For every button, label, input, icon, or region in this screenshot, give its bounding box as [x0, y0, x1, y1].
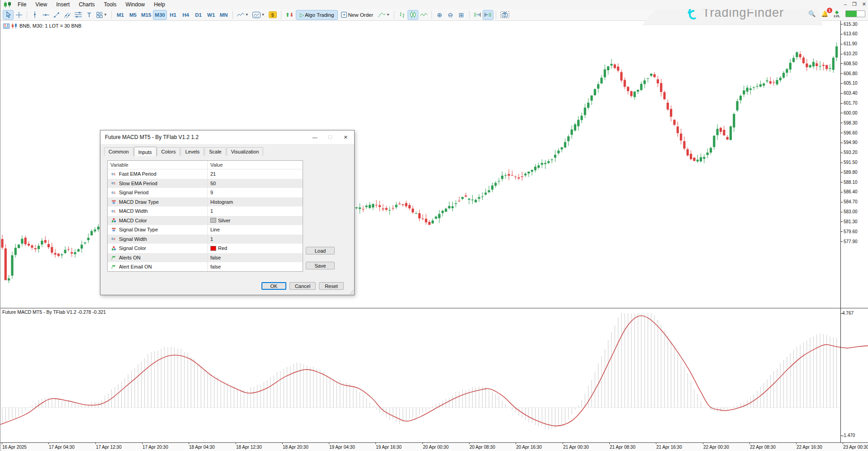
tab-common[interactable]: Common	[104, 147, 133, 156]
notification-bell-icon[interactable]: 🔔1	[821, 10, 828, 17]
param-value[interactable]: Histogram	[210, 199, 233, 205]
cancel-button[interactable]: Cancel	[289, 282, 316, 290]
param-row-macd-draw-type[interactable]: MACD Draw TypeHistogram	[108, 197, 303, 207]
lvl-indicator[interactable]: ◈LVL	[834, 10, 840, 18]
price-label: 589.80	[844, 170, 858, 175]
dialog-minimize-button[interactable]: —	[307, 130, 323, 144]
param-name: MACD Width	[119, 208, 148, 214]
reset-button[interactable]: Reset	[319, 282, 344, 290]
connection-toggle[interactable]	[845, 10, 865, 17]
tab-colors[interactable]: Colors	[157, 147, 180, 156]
zoom-out-button[interactable]: ⊖	[446, 10, 455, 19]
menu-window[interactable]: Window	[121, 0, 150, 9]
notification-badge: 1	[827, 8, 833, 13]
param-row-fast-ema-period[interactable]: 01Fast EMA Period21	[108, 169, 303, 179]
time-tick	[656, 443, 656, 444]
timeframe-m1[interactable]: M1	[114, 10, 126, 19]
timeframe-m30[interactable]: M30	[153, 10, 166, 19]
objects-levels-tool[interactable]	[73, 10, 83, 19]
symbols-button[interactable]: $	[267, 10, 278, 19]
pointer-tool[interactable]	[3, 10, 13, 19]
vertical-line-icon	[33, 11, 37, 18]
new-order-button[interactable]: + New Order	[338, 10, 376, 19]
resize-grip[interactable]	[349, 290, 354, 294]
tile-windows-button[interactable]: ⊞	[456, 10, 466, 19]
load-button[interactable]: Load	[306, 247, 335, 254]
text-tool[interactable]: T	[84, 10, 94, 19]
param-value[interactable]: Line	[210, 227, 220, 232]
dialog-maximize-button[interactable]: ☐	[323, 130, 338, 144]
screenshot-button[interactable]	[499, 10, 511, 19]
timeframe-m5[interactable]: M5	[127, 10, 139, 19]
price-label: 610.20	[844, 51, 858, 56]
param-value[interactable]: Red	[218, 245, 227, 251]
param-row-macd-width[interactable]: 01MACD Width1	[108, 206, 303, 216]
zoom-in-button[interactable]: ⊕	[435, 10, 445, 19]
crosshair-tool[interactable]	[14, 10, 24, 19]
param-value[interactable]: false	[210, 255, 221, 260]
param-row-alert-email-on[interactable]: Alert Email ONfalse	[108, 262, 303, 272]
window-controls: – ❐ ✕	[844, 0, 866, 8]
chart-shift-button[interactable]	[483, 10, 493, 19]
window-minimize-button[interactable]: –	[844, 0, 847, 8]
auto-scroll-button[interactable]	[472, 10, 482, 19]
chart-style-button[interactable]: ▼	[236, 10, 250, 19]
param-value[interactable]: Silver	[218, 218, 231, 223]
param-row-signal-draw-type[interactable]: Signal Draw TypeLine	[108, 225, 303, 235]
depth-of-market-button[interactable]: ⬆⬇	[284, 10, 295, 19]
mini-chart-icon	[11, 23, 18, 29]
dialog-close-button[interactable]: ✕	[338, 130, 353, 144]
indicator-curve-button[interactable]: ▼	[377, 10, 391, 19]
horizontal-line-tool[interactable]	[41, 10, 51, 19]
param-row-slow-ema-period[interactable]: 01Slow EMA Period50	[108, 179, 303, 188]
trendline-tool[interactable]	[52, 10, 62, 19]
param-value[interactable]: 50	[210, 181, 216, 186]
numeric-type-icon: 01	[110, 209, 117, 213]
param-value[interactable]: 1	[210, 208, 213, 214]
timeframe-h1[interactable]: H1	[167, 10, 179, 19]
param-row-signal-period[interactable]: 01Signal Period9	[108, 188, 303, 197]
param-row-macd-color[interactable]: MACD ColorSilver	[108, 216, 303, 226]
time-tick	[329, 443, 329, 444]
time-label: 18 Apr 04:30	[189, 445, 215, 450]
param-value[interactable]: false	[210, 264, 221, 269]
param-row-alerts-on[interactable]: Alerts ONfalse	[108, 253, 303, 263]
menu-tools[interactable]: Tools	[100, 0, 121, 9]
save-button[interactable]: Save	[306, 262, 335, 269]
timeframe-mn[interactable]: MN	[218, 10, 230, 19]
line-style-button[interactable]	[419, 10, 429, 19]
param-value[interactable]: 9	[210, 190, 213, 195]
timeframe-d1[interactable]: D1	[193, 10, 204, 19]
dialog-titlebar[interactable]: Future MACD MT5 - By TFlab V1.2 1.2 — ☐ …	[100, 130, 354, 144]
menu-charts[interactable]: Charts	[74, 0, 99, 9]
bars-style-button[interactable]	[397, 10, 407, 19]
tab-scale[interactable]: Scale	[204, 147, 226, 156]
menu-insert[interactable]: Insert	[52, 0, 74, 9]
tab-visualization[interactable]: Visualization	[227, 147, 264, 156]
timeframe-w1[interactable]: W1	[205, 10, 217, 19]
channel-tool[interactable]	[62, 10, 72, 19]
window-close-button[interactable]: ✕	[862, 0, 866, 8]
timeframe-m15[interactable]: M15	[140, 10, 152, 19]
horizontal-line-icon	[43, 13, 49, 17]
search-icon[interactable]: 🔍	[808, 10, 816, 17]
vertical-line-tool[interactable]	[30, 10, 40, 19]
param-value[interactable]: 21	[210, 171, 216, 177]
tab-inputs[interactable]: Inputs	[134, 147, 157, 156]
param-value[interactable]: 1	[210, 236, 213, 242]
param-row-signal-color[interactable]: Signal ColorRed	[108, 244, 303, 253]
timeframe-h4[interactable]: H4	[180, 10, 192, 19]
time-axis[interactable]: 16 Apr 202517 Apr 04:3017 Apr 12:3017 Ap…	[0, 442, 868, 451]
ok-button[interactable]: OK	[261, 282, 286, 290]
panel-separator[interactable]	[0, 308, 868, 308]
param-row-signal-width[interactable]: 01Signal Width1	[108, 235, 303, 244]
indicators-button[interactable]: ▼	[251, 10, 266, 19]
candles-style-button[interactable]	[408, 10, 418, 19]
menu-file[interactable]: File	[13, 0, 31, 9]
tab-levels[interactable]: Levels	[180, 147, 204, 156]
menu-help[interactable]: Help	[149, 0, 170, 9]
algo-trading-button[interactable]: ▷ Algo Trading	[296, 10, 338, 19]
shapes-tool[interactable]: ▼	[95, 10, 109, 19]
window-restore-button[interactable]: ❐	[852, 0, 857, 8]
menu-view[interactable]: View	[31, 0, 52, 9]
